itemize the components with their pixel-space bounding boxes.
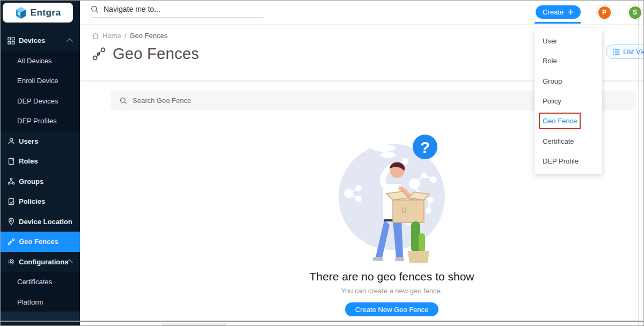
sidebar-item-devices[interactable]: Devices <box>1 31 80 51</box>
create-button-label: Create <box>543 8 564 16</box>
plus-icon <box>568 9 574 15</box>
sidebar-item-policies[interactable]: Policies <box>1 191 80 212</box>
gear-icon <box>8 258 15 265</box>
sidebar-item-configurations[interactable]: Configurations <box>1 252 80 272</box>
home-icon <box>92 32 99 40</box>
search-icon <box>91 5 99 13</box>
empty-state-subtext: You can create a new geo fence. <box>139 287 644 295</box>
list-icon <box>613 49 620 55</box>
sidebar-item-label: DEP Devices <box>17 97 58 105</box>
sidebar-item-label: All Devices <box>17 57 52 65</box>
sidebar-item-label: Roles <box>19 157 38 165</box>
window-bottom-border <box>1 321 644 322</box>
sidebar-item-platform[interactable]: Platform <box>1 292 80 313</box>
sidebar-item-groups[interactable]: Groups <box>1 172 80 192</box>
geo-fence-search-input[interactable] <box>133 97 594 105</box>
create-dropdown-menu: User Role Group Policy Geo Fence Certifi… <box>535 28 602 174</box>
document-icon <box>8 158 15 165</box>
sidebar-item-label: Groups <box>19 177 43 186</box>
menu-item-label: Geo Fence <box>543 117 577 125</box>
sidebar-item-label: Policies <box>19 197 45 205</box>
menu-item-label: DEP Profile <box>543 157 579 165</box>
horizontal-scrollbar-thumb[interactable] <box>162 323 226 325</box>
avatar-initial: S <box>629 6 641 19</box>
sidebar-item-device-location[interactable]: Device Location <box>1 212 80 232</box>
global-search-input[interactable] <box>104 5 254 13</box>
menu-item-label: Policy <box>543 97 561 105</box>
entgra-console-window: Entgra Devices All Devices Enroll Device… <box>0 0 644 326</box>
create-menu-item-group[interactable]: Group <box>535 71 602 91</box>
breadcrumb-home[interactable]: Home <box>103 32 121 40</box>
empty-state-heading: There are no geo fences to show <box>139 270 644 283</box>
sidebar-item-geo-fences[interactable]: Geo Fences <box>1 232 80 252</box>
sidebar-item-enroll-device[interactable]: Enroll Device <box>1 71 80 91</box>
avatar-p[interactable]: P <box>596 4 612 20</box>
create-menu-item-dep-profile[interactable]: DEP Profile <box>535 151 602 171</box>
menu-item-label: User <box>543 37 557 45</box>
breadcrumb: Home / Geo Fences <box>92 32 167 40</box>
avatar-s[interactable]: S <box>627 4 643 20</box>
geo-route-icon <box>8 238 15 246</box>
create-menu-item-geo-fence[interactable]: Geo Fence <box>535 111 602 131</box>
sidebar-item-certificates[interactable]: Certificates <box>1 272 80 292</box>
create-menu-item-policy[interactable]: Policy <box>535 91 602 111</box>
svg-text:(,): (,) <box>401 207 406 213</box>
grid-icon <box>8 37 15 45</box>
share-nodes-icon <box>8 177 15 185</box>
sidebar-item-dep-profiles[interactable]: DEP Profiles <box>1 111 80 131</box>
sidebar-item-all-devices[interactable]: All Devices <box>1 51 80 71</box>
create-menu-item-certificate[interactable]: Certificate <box>535 131 602 151</box>
sidebar-item-label: Certificates <box>17 278 52 286</box>
empty-state-illustration: ? <box>333 130 451 263</box>
sidebar: Entgra Devices All Devices Enroll Device… <box>1 1 80 326</box>
create-new-geo-fence-button[interactable]: Create New Geo Fence <box>345 302 439 316</box>
menu-item-label: Role <box>543 57 557 65</box>
location-pin-icon <box>8 218 15 225</box>
sidebar-item-label: Configurations <box>19 258 68 266</box>
create-menu-item-user[interactable]: User <box>535 31 602 51</box>
sidebar-item-label: Device Location <box>19 218 72 226</box>
sidebar-scroll-edge <box>1 312 80 321</box>
clipboard-icon <box>8 198 15 205</box>
window-right-border <box>639 1 639 326</box>
sidebar-item-label: Users <box>19 137 38 145</box>
entgra-cube-icon <box>15 6 27 19</box>
page-title-row: Geo Fences <box>92 45 199 63</box>
logo-text: Entgra <box>31 8 61 18</box>
menu-item-label: Group <box>543 77 562 85</box>
sidebar-item-label: Enroll Device <box>17 77 58 85</box>
create-button[interactable]: Create <box>536 5 581 19</box>
top-bar: Create P S <box>80 1 643 25</box>
breadcrumb-separator: / <box>125 32 127 40</box>
user-icon <box>8 137 15 145</box>
sidebar-item-label: DEP Profiles <box>17 117 56 125</box>
global-search[interactable] <box>91 5 264 18</box>
geo-route-icon <box>92 47 106 61</box>
create-active-underline <box>535 22 581 24</box>
breadcrumb-current: Geo Fences <box>129 32 167 40</box>
sidebar-item-label: Platform <box>17 298 43 306</box>
create-menu-item-role[interactable]: Role <box>535 51 602 71</box>
menu-item-label: Certificate <box>543 137 574 145</box>
page-title: Geo Fences <box>113 45 199 63</box>
list-view-label: List View <box>623 48 644 56</box>
sidebar-item-roles[interactable]: Roles <box>1 151 80 172</box>
sidebar-item-dep-devices[interactable]: DEP Devices <box>1 91 80 112</box>
sidebar-item-users[interactable]: Users <box>1 131 80 152</box>
sidebar-item-label: Geo Fences <box>19 238 58 246</box>
avatar-initial: P <box>598 6 611 19</box>
question-mark: ? <box>420 138 430 156</box>
sidebar-nav: Devices All Devices Enroll Device DEP De… <box>1 31 80 312</box>
entgra-logo[interactable]: Entgra <box>3 3 73 23</box>
search-icon <box>120 97 127 105</box>
sidebar-item-label: Devices <box>19 36 45 45</box>
chevron-up-icon <box>67 39 72 45</box>
